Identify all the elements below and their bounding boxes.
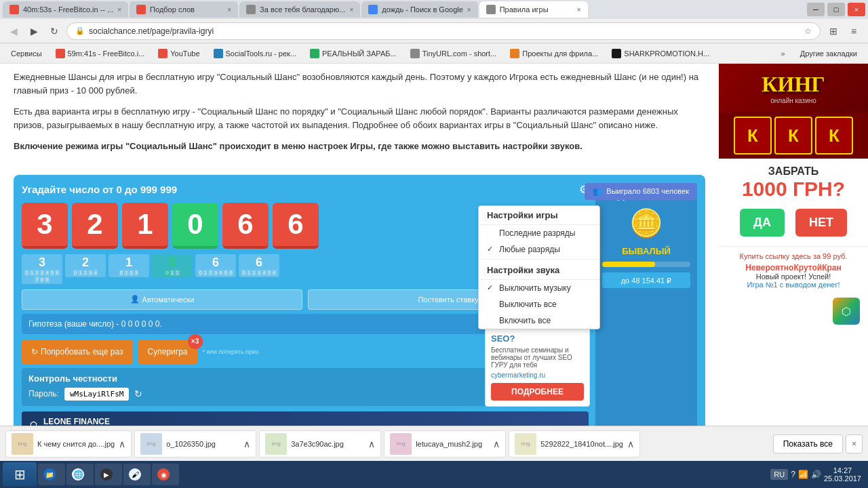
close-downloads-button[interactable]: × <box>846 434 863 453</box>
tab-label-3: За все тебя благодарю... <box>260 5 345 14</box>
extensions-button[interactable]: ⊞ <box>825 22 842 40</box>
download-item-2[interactable]: img 3a7e3c90ac.jpg ∧ <box>259 430 381 458</box>
bookmark-real-earnings[interactable]: РЕАЛЬНЫЙ ЗАРАБ... <box>304 47 402 60</box>
slot-symbols: К К К <box>719 113 868 159</box>
tab-close-2[interactable]: × <box>227 6 231 14</box>
bet-label: Поставить ставку <box>418 296 478 304</box>
download-item-3[interactable]: img letucaya_mush2.jpg ∧ <box>384 430 506 458</box>
taskbar-time: 14:27 25.03.2017 <box>824 466 861 483</box>
bookmark-projects[interactable]: Проекты для фрила... <box>505 47 604 60</box>
buy-link[interactable]: Купить ссылку здесь за 99 руб. <box>724 252 863 260</box>
tab-close-3[interactable]: × <box>349 6 353 14</box>
taskbar-item-app[interactable]: ◉ <box>152 464 179 485</box>
bookmark-socialtools[interactable]: SocialTools.ru - рек... <box>208 47 302 60</box>
network-icon: 📶 <box>798 470 808 479</box>
bookmark-label-6: Проекты для фрила... <box>522 49 598 58</box>
tab-words[interactable]: Подбор слов × <box>130 1 238 18</box>
taskbar-item-explorer[interactable]: 📁 <box>38 464 65 485</box>
close-button[interactable]: × <box>848 3 865 16</box>
project-name[interactable]: НевероятноКрутойКран <box>724 263 863 272</box>
download-chevron-0[interactable]: ∧ <box>119 439 125 449</box>
download-item-0[interactable]: img К чему снится до....jpg ∧ <box>5 430 132 458</box>
taskbar-icon-explorer: 📁 <box>43 468 56 481</box>
slot-k-2: К <box>774 117 812 155</box>
nav-right-icons: ⊞ ≡ <box>825 22 863 40</box>
address-bar[interactable]: 🔒 socialchance.net/page/pravila-igryi ☆ <box>66 22 821 40</box>
taskbar-icon-paint: 🖌 <box>129 468 141 481</box>
leone-banner[interactable]: ⬡ LEONE FINANCE индивидуальное ведение т… <box>22 411 589 426</box>
tab-favicon-2 <box>136 5 146 14</box>
game-number-5: 6 <box>273 203 319 249</box>
tab-thanks[interactable]: За все тебя благодарю... × <box>239 1 360 18</box>
amount-text: 1000 ГРН? <box>726 178 861 201</box>
dropdown-item-last[interactable]: Последние разряды <box>479 225 599 241</box>
minimize-button[interactable]: ─ <box>807 3 825 16</box>
download-chevron-2[interactable]: ∧ <box>368 439 375 449</box>
bookmark-services[interactable]: Сервисы <box>5 48 47 59</box>
leone-info: LEONE FINANCE индивидуальное ведение тор… <box>43 417 182 426</box>
tab-close-4[interactable]: × <box>467 6 471 14</box>
download-chevron-1[interactable]: ∧ <box>243 439 250 449</box>
tab-freebitcoin[interactable]: 40m:53s - FreeBitco.in -- ... × <box>3 1 128 18</box>
bookmark-shark[interactable]: SHARKPROMOTION.Н... <box>606 47 715 60</box>
maximize-button[interactable]: □ <box>827 3 845 16</box>
windows-icon: ⊞ <box>14 466 26 483</box>
download-thumb-3: img <box>390 433 412 455</box>
show-all-downloads-button[interactable]: Показать все <box>773 434 843 453</box>
taskbar-item-cmd[interactable]: ▶ <box>95 464 122 485</box>
auto-input-button[interactable]: 👤 Автоматически <box>22 289 302 310</box>
help-icon[interactable]: ? <box>791 470 795 479</box>
grid-num-0: 3 0123456789 <box>22 254 62 284</box>
tab-google[interactable]: дождь - Поиск в Google × <box>361 1 477 18</box>
tab-close-1[interactable]: × <box>117 6 121 14</box>
download-item-4[interactable]: img 5292822_18410not....jpg ∧ <box>509 430 640 458</box>
winners-button[interactable]: 👥 Выиграло 6803 человек <box>585 183 697 200</box>
forward-button[interactable]: ▶ <box>26 23 42 39</box>
taskbar-item-paint[interactable]: 🖌 <box>123 464 151 485</box>
yes-button[interactable]: ДА <box>740 209 785 237</box>
seo-link[interactable]: cybermarketing.ru <box>491 371 584 379</box>
download-thumb-1: img <box>140 433 162 455</box>
cube-area: ⬡ <box>719 294 868 328</box>
control-refresh-button[interactable]: ↻ <box>134 388 142 399</box>
bookmark-favicon-2 <box>158 49 167 58</box>
download-thumb-2: img <box>265 433 287 455</box>
king-casino-header: КИНГ онлайн казино <box>719 64 868 113</box>
tab-rules[interactable]: Правила игры × <box>479 1 588 18</box>
taskbar-item-chrome[interactable]: 🌐 <box>66 464 94 485</box>
project-sub2[interactable]: Игра №1 с выводом денег! <box>724 281 863 289</box>
dropdown-section-2: Настройки звука <box>479 261 599 280</box>
bookmark-youtube[interactable]: YouTube <box>153 47 205 60</box>
tab-close-5[interactable]: × <box>577 6 581 14</box>
tab-label-2: Подбор слов <box>150 5 223 14</box>
address-text[interactable]: socialchance.net/page/pravila-igryi <box>89 26 804 36</box>
achievement-progress-fill <box>602 262 655 267</box>
bookmark-tinyurl[interactable]: TinyURL.com - short... <box>405 47 502 60</box>
retry-button[interactable]: ↻ Попробовать еще раз <box>22 340 133 364</box>
taskbar-right: RU ? 📶 🔊 14:27 25.03.2017 <box>766 466 865 483</box>
download-chevron-3[interactable]: ∧ <box>493 439 500 449</box>
start-button[interactable]: ⊞ <box>3 462 37 487</box>
download-item-1[interactable]: img o_1026350.jpg ∧ <box>134 430 256 458</box>
dropdown-item-enable-all[interactable]: Включить все <box>479 312 599 329</box>
bookmark-freebitcoin[interactable]: 59m:41s - FreeBitco.i... <box>50 47 151 60</box>
other-bookmarks[interactable]: Другие закладки <box>795 48 863 59</box>
cube-icon[interactable]: ⬡ <box>833 298 860 325</box>
bookmarks-bar: Сервисы 59m:41s - FreeBitco.i... YouTube… <box>0 43 868 64</box>
menu-button[interactable]: ≡ <box>845 22 863 40</box>
more-bookmarks-button[interactable]: » <box>777 48 789 59</box>
dropdown-item-mute-music[interactable]: ✓ Выключить музыку <box>479 280 599 296</box>
download-info-2: 3a7e3c90ac.jpg <box>291 440 364 448</box>
podrobnee-button[interactable]: ПОДРОБНЕЕ <box>491 383 584 401</box>
no-button[interactable]: НЕТ <box>795 209 847 237</box>
star-icon[interactable]: ☆ <box>804 26 812 36</box>
dropdown-item-any[interactable]: ✓ Любые разряды <box>479 241 599 258</box>
game-right: Достижения 🪙 БЫВАЛЫЙ до 4 <box>595 183 697 426</box>
download-chevron-4[interactable]: ∧ <box>627 439 634 449</box>
dropdown-item-mute-all[interactable]: Выключить все <box>479 296 599 312</box>
check-icon-2: ✓ <box>487 245 495 253</box>
king-casino-ad[interactable]: КИНГ онлайн казино К К К ЗАБРАТЬ 1000 ГР… <box>719 64 868 246</box>
tab-favicon-3 <box>246 5 256 14</box>
reload-button[interactable]: ↻ <box>46 23 62 39</box>
back-button[interactable]: ◀ <box>5 23 22 39</box>
